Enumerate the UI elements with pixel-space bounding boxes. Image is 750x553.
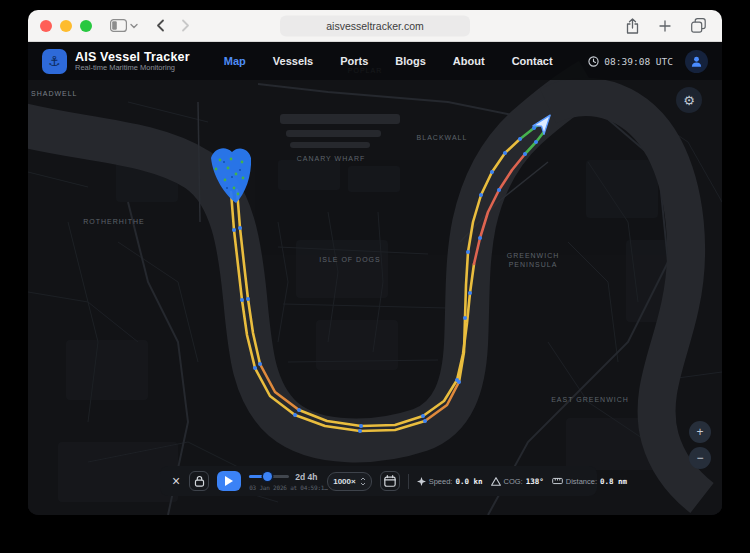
map-label: PENINSULA bbox=[509, 261, 558, 268]
browser-titlebar: aisvesseltracker.com bbox=[28, 10, 722, 42]
cog-value: 138° bbox=[526, 477, 544, 486]
cog-stat: COG: 138° bbox=[491, 477, 544, 486]
map-label: ISLE OF DOGS bbox=[319, 256, 380, 263]
back-button[interactable] bbox=[152, 15, 169, 37]
app-content: SHADWELL ROTHERHITHE POPLAR CANARY WHARF… bbox=[28, 42, 722, 515]
distance-value: 0.8 nm bbox=[600, 477, 627, 486]
timeline-block: 2d 4h 03 Jan 2026 at 04:59:1… bbox=[249, 472, 319, 491]
browser-window: aisvesseltracker.com bbox=[28, 10, 722, 515]
share-icon bbox=[626, 18, 639, 34]
clock-icon bbox=[588, 56, 599, 67]
lock-icon bbox=[194, 475, 205, 487]
speed-label: Speed: bbox=[429, 477, 453, 486]
user-icon bbox=[690, 55, 703, 68]
map-canvas[interactable]: SHADWELL ROTHERHITHE POPLAR CANARY WHARF… bbox=[28, 42, 722, 515]
chevron-left-icon bbox=[156, 19, 165, 32]
fullscreen-window-button[interactable] bbox=[80, 20, 92, 32]
app-subtitle: Real-time Maritime Monitoring bbox=[75, 64, 190, 73]
select-chevrons-icon bbox=[360, 477, 366, 486]
app-header: ⚓ AIS Vessel Tracker Real-time Maritime … bbox=[28, 42, 722, 80]
close-window-button[interactable] bbox=[40, 20, 52, 32]
user-account-button[interactable] bbox=[685, 50, 708, 73]
speed-multiplier-value: 1000× bbox=[333, 477, 355, 486]
plus-icon bbox=[659, 20, 671, 32]
nav-item-about[interactable]: About bbox=[453, 55, 485, 67]
calendar-button[interactable] bbox=[380, 471, 400, 491]
map-label: GREENWICH bbox=[507, 252, 560, 259]
map-label: CANARY WHARF bbox=[297, 155, 366, 162]
app-logo[interactable]: ⚓ bbox=[42, 49, 67, 74]
cog-label: COG: bbox=[504, 477, 523, 486]
minus-icon: − bbox=[696, 451, 703, 465]
zoom-out-button[interactable]: − bbox=[689, 447, 711, 469]
play-icon bbox=[225, 476, 233, 486]
speed-icon bbox=[417, 477, 426, 486]
brand-block: AIS Vessel Tracker Real-time Maritime Mo… bbox=[75, 50, 190, 73]
sidebar-toggle-button[interactable] bbox=[106, 15, 142, 37]
chevron-right-icon bbox=[181, 19, 190, 32]
slider-knob[interactable] bbox=[263, 472, 272, 481]
playback-bar: × 2d 4h 03 J bbox=[160, 466, 597, 496]
new-tab-button[interactable] bbox=[655, 15, 675, 37]
app-title: AIS Vessel Tracker bbox=[75, 50, 190, 64]
zoom-in-button[interactable]: + bbox=[689, 421, 711, 443]
utc-clock: 08:39:08 UTC bbox=[588, 56, 673, 67]
map-label: EAST GREENWICH bbox=[551, 396, 629, 403]
timestamp-label: 03 Jan 2026 at 04:59:1… bbox=[249, 484, 319, 491]
clock-text: 08:39:08 UTC bbox=[604, 56, 673, 67]
distance-icon bbox=[552, 477, 563, 485]
cog-icon bbox=[491, 477, 501, 486]
address-bar[interactable]: aisvesseltracker.com bbox=[280, 15, 470, 36]
lock-button[interactable] bbox=[189, 471, 209, 491]
minimize-window-button[interactable] bbox=[60, 20, 72, 32]
nav-item-blogs[interactable]: Blogs bbox=[395, 55, 426, 67]
speed-value: 0.0 kn bbox=[455, 477, 482, 486]
duration-label: 2d 4h bbox=[295, 472, 317, 482]
chevron-down-icon bbox=[130, 23, 138, 29]
settings-button[interactable]: ⚙ bbox=[676, 87, 702, 113]
calendar-icon bbox=[384, 475, 396, 487]
window-controls bbox=[40, 20, 92, 32]
playback-speed-select[interactable]: 1000× bbox=[327, 472, 371, 491]
divider bbox=[408, 474, 409, 489]
nav-item-vessels[interactable]: Vessels bbox=[273, 55, 313, 67]
plus-icon: + bbox=[696, 425, 703, 439]
speed-stat: Speed: 0.0 kn bbox=[417, 477, 483, 486]
anchor-icon: ⚓ bbox=[48, 53, 61, 69]
timeline-slider[interactable] bbox=[249, 475, 289, 478]
map-label: BLACKWALL bbox=[417, 134, 468, 141]
map-label: SHADWELL bbox=[31, 90, 78, 97]
map-label: ROTHERHITHE bbox=[83, 218, 145, 225]
share-button[interactable] bbox=[622, 15, 643, 37]
tabs-icon bbox=[691, 18, 706, 33]
sidebar-icon bbox=[110, 19, 127, 32]
url-text: aisvesseltracker.com bbox=[326, 20, 423, 32]
nav-item-ports[interactable]: Ports bbox=[340, 55, 368, 67]
nav-item-map[interactable]: Map bbox=[224, 55, 246, 67]
main-nav: Map Vessels Ports Blogs About Contact bbox=[224, 55, 553, 67]
distance-stat: Distance: 0.8 nm bbox=[552, 477, 627, 486]
play-button[interactable] bbox=[217, 471, 241, 491]
gear-icon: ⚙ bbox=[683, 93, 695, 108]
distance-label: Distance: bbox=[566, 477, 597, 486]
tab-overview-button[interactable] bbox=[687, 15, 710, 37]
forward-button[interactable] bbox=[177, 15, 194, 37]
close-track-button[interactable]: × bbox=[171, 474, 181, 488]
nav-item-contact[interactable]: Contact bbox=[512, 55, 553, 67]
